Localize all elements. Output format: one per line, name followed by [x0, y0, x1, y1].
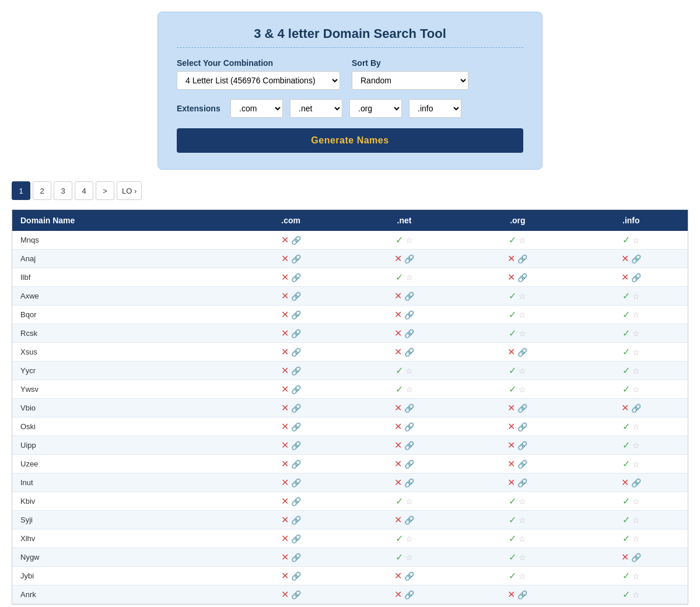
star-icon[interactable]: ☆: [632, 590, 640, 599]
link-icon[interactable]: 🔗: [517, 590, 527, 599]
link-icon[interactable]: 🔗: [291, 292, 301, 301]
star-icon[interactable]: ☆: [519, 497, 526, 506]
link-icon[interactable]: 🔗: [517, 273, 527, 282]
star-icon[interactable]: ☆: [405, 534, 413, 543]
star-icon[interactable]: ☆: [519, 366, 526, 376]
page-btn-3-top[interactable]: 3: [54, 181, 72, 200]
link-icon[interactable]: 🔗: [631, 273, 641, 282]
star-icon[interactable]: ☆: [632, 571, 640, 581]
link-icon[interactable]: 🔗: [291, 236, 301, 245]
page-btn-next-top[interactable]: >: [96, 181, 114, 200]
link-icon[interactable]: 🔗: [404, 310, 414, 320]
star-icon[interactable]: ☆: [632, 236, 640, 245]
star-icon[interactable]: ☆: [405, 553, 413, 562]
ext-select-net[interactable]: .net.com.org.info: [290, 99, 342, 118]
star-icon[interactable]: ☆: [632, 385, 640, 394]
link-icon[interactable]: 🔗: [517, 459, 527, 469]
link-icon[interactable]: 🔗: [517, 348, 527, 357]
link-icon[interactable]: 🔗: [291, 534, 301, 543]
com-cell: ✕🔗: [234, 585, 347, 604]
link-icon[interactable]: 🔗: [291, 329, 301, 338]
link-icon[interactable]: 🔗: [291, 497, 301, 506]
star-icon[interactable]: ☆: [632, 329, 640, 338]
link-icon[interactable]: 🔗: [404, 441, 414, 450]
star-icon[interactable]: ☆: [405, 385, 413, 394]
star-icon[interactable]: ☆: [405, 273, 413, 282]
link-icon[interactable]: 🔗: [291, 553, 301, 562]
col-org: .org: [461, 210, 574, 231]
star-icon[interactable]: ☆: [519, 515, 526, 525]
star-icon[interactable]: ☆: [632, 422, 640, 431]
generate-button[interactable]: Generate Names: [177, 128, 523, 153]
link-icon[interactable]: 🔗: [404, 459, 414, 469]
star-icon[interactable]: ☆: [632, 348, 640, 357]
star-icon[interactable]: ☆: [519, 236, 526, 245]
link-icon[interactable]: 🔗: [291, 385, 301, 394]
star-icon[interactable]: ☆: [632, 292, 640, 301]
taken-icon: ✕: [281, 365, 289, 376]
link-icon[interactable]: 🔗: [631, 404, 641, 413]
link-icon[interactable]: 🔗: [291, 366, 301, 376]
link-icon[interactable]: 🔗: [404, 348, 414, 357]
link-icon[interactable]: 🔗: [291, 273, 301, 282]
star-icon[interactable]: ☆: [519, 534, 526, 543]
link-icon[interactable]: 🔗: [291, 459, 301, 469]
star-icon[interactable]: ☆: [632, 459, 640, 469]
link-icon[interactable]: 🔗: [631, 553, 641, 562]
link-icon[interactable]: 🔗: [517, 441, 527, 450]
link-icon[interactable]: 🔗: [404, 404, 414, 413]
link-icon[interactable]: 🔗: [404, 422, 414, 431]
sortby-select[interactable]: Random Alphabetical Reverse: [352, 71, 468, 90]
ext-select-info[interactable]: .info.com.net.org: [409, 99, 461, 118]
link-icon[interactable]: 🔗: [404, 515, 414, 525]
page-btn-4-top[interactable]: 4: [75, 181, 93, 200]
link-icon[interactable]: 🔗: [291, 404, 301, 413]
link-icon[interactable]: 🔗: [631, 478, 641, 487]
star-icon[interactable]: ☆: [632, 534, 640, 543]
star-icon[interactable]: ☆: [632, 441, 640, 450]
link-icon[interactable]: 🔗: [404, 590, 414, 599]
link-icon[interactable]: 🔗: [291, 254, 301, 264]
link-icon[interactable]: 🔗: [517, 422, 527, 431]
page-btn-lo-top[interactable]: LO ›: [117, 181, 142, 200]
link-icon[interactable]: 🔗: [404, 254, 414, 264]
link-icon[interactable]: 🔗: [517, 478, 527, 487]
link-icon[interactable]: 🔗: [517, 254, 527, 264]
star-icon[interactable]: ☆: [632, 497, 640, 506]
ext-select-com[interactable]: .com.net.org.info: [230, 99, 283, 118]
link-icon[interactable]: 🔗: [631, 254, 641, 264]
link-icon[interactable]: 🔗: [291, 571, 301, 581]
star-icon[interactable]: ☆: [405, 497, 413, 506]
link-icon[interactable]: 🔗: [517, 404, 527, 413]
page-btn-2-top[interactable]: 2: [33, 181, 51, 200]
star-icon[interactable]: ☆: [519, 553, 526, 562]
star-icon[interactable]: ☆: [519, 329, 526, 338]
link-icon[interactable]: 🔗: [404, 571, 414, 581]
taken-icon: ✕: [281, 440, 289, 451]
star-icon[interactable]: ☆: [405, 236, 413, 245]
star-icon[interactable]: ☆: [519, 292, 526, 301]
available-icon: ✓: [622, 570, 630, 581]
com-cell: ✕🔗: [234, 417, 347, 436]
link-icon[interactable]: 🔗: [291, 441, 301, 450]
link-icon[interactable]: 🔗: [404, 292, 414, 301]
taken-icon: ✕: [281, 253, 289, 264]
link-icon[interactable]: 🔗: [404, 478, 414, 487]
link-icon[interactable]: 🔗: [291, 478, 301, 487]
page-btn-1-top[interactable]: 1: [12, 181, 30, 200]
link-icon[interactable]: 🔗: [291, 348, 301, 357]
link-icon[interactable]: 🔗: [291, 310, 301, 320]
star-icon[interactable]: ☆: [519, 385, 526, 394]
star-icon[interactable]: ☆: [519, 571, 526, 581]
star-icon[interactable]: ☆: [405, 366, 413, 376]
star-icon[interactable]: ☆: [519, 310, 526, 320]
star-icon[interactable]: ☆: [632, 515, 640, 525]
ext-select-org[interactable]: .org.com.net.info: [349, 99, 402, 118]
link-icon[interactable]: 🔗: [291, 515, 301, 525]
link-icon[interactable]: 🔗: [291, 422, 301, 431]
link-icon[interactable]: 🔗: [291, 590, 301, 599]
star-icon[interactable]: ☆: [632, 310, 640, 320]
combination-select[interactable]: 4 Letter List (456976 Combinations) 3 Le…: [177, 71, 340, 90]
star-icon[interactable]: ☆: [632, 366, 640, 376]
link-icon[interactable]: 🔗: [404, 329, 414, 338]
